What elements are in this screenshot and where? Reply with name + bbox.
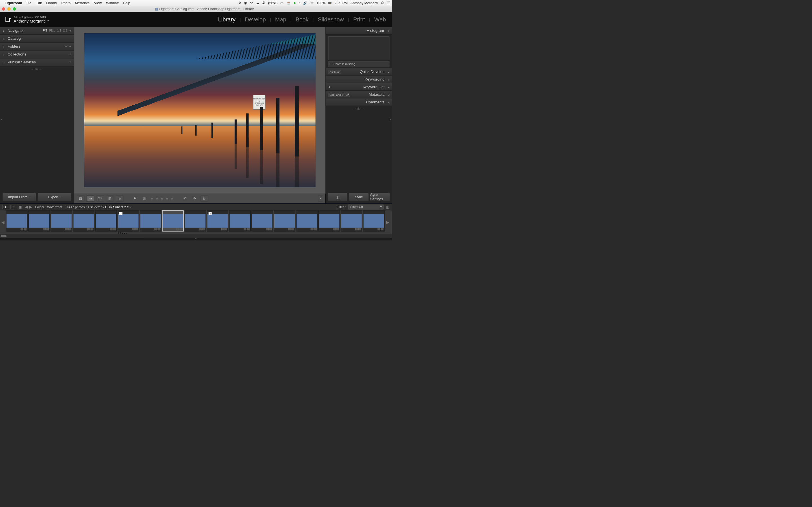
- nav-mode-fill[interactable]: FILL: [49, 29, 55, 33]
- menu-help[interactable]: Help: [123, 1, 130, 5]
- filmstrip-thumbnail[interactable]: [274, 210, 295, 231]
- menu-window[interactable]: Window: [106, 1, 119, 5]
- filmstrip-thumbnail[interactable]: [6, 210, 28, 231]
- nav-back-button[interactable]: ◀: [25, 205, 28, 209]
- flag-pick-button[interactable]: ⚑: [131, 195, 138, 202]
- module-library[interactable]: Library: [217, 16, 237, 22]
- nav-forward-button[interactable]: ▶: [29, 205, 32, 209]
- histogram-panel-header[interactable]: Histogram: [326, 27, 392, 35]
- keyword-list-panel-header[interactable]: + Keyword List: [326, 83, 392, 91]
- filter-lock-icon[interactable]: ◫: [386, 205, 389, 209]
- cloud-icon[interactable]: ☁: [256, 1, 259, 5]
- dropbox-icon[interactable]: ✥: [238, 1, 241, 5]
- filmstrip-thumbnail[interactable]: [296, 210, 317, 231]
- printer-icon[interactable]: 🖶: [262, 1, 266, 5]
- flag-reject-button[interactable]: ⊠: [140, 195, 148, 202]
- user-name[interactable]: Anthony Morganti: [350, 1, 378, 5]
- sync-settings-button[interactable]: Sync Settings: [370, 193, 390, 201]
- app-menu[interactable]: Lightroom: [4, 1, 22, 5]
- panel-collections[interactable]: Collections+: [0, 51, 74, 59]
- loupe-view-button[interactable]: ▭: [87, 195, 94, 202]
- filmstrip-thumbnail[interactable]: [363, 210, 385, 231]
- menu-photo[interactable]: Photo: [61, 1, 71, 5]
- green-dot-icon[interactable]: ●: [294, 1, 296, 5]
- wifi-icon[interactable]: [310, 1, 314, 5]
- panel-catalog[interactable]: Catalog: [0, 35, 74, 43]
- grid-shortcut-icon[interactable]: ▦: [18, 205, 22, 209]
- spotlight-icon[interactable]: [381, 1, 385, 5]
- filmstrip-thumbnail[interactable]: [95, 210, 117, 231]
- panel-action-button[interactable]: +: [69, 52, 71, 56]
- add-keyword-button[interactable]: +: [328, 84, 331, 89]
- export-button[interactable]: Export...: [38, 193, 71, 201]
- filmstrip-thumbnail[interactable]: [28, 210, 50, 231]
- comments-panel-header[interactable]: Comments: [326, 98, 392, 106]
- grid-view-button[interactable]: ▦: [77, 195, 84, 202]
- menu-library[interactable]: Library: [46, 1, 57, 5]
- clock[interactable]: 2:29 PM: [335, 1, 348, 5]
- sync-button[interactable]: Sync: [349, 193, 368, 201]
- module-map[interactable]: Map: [274, 16, 287, 22]
- metadata-panel-header[interactable]: EXIF and IPTC Metadata: [326, 91, 392, 98]
- keywording-panel-header[interactable]: Keywording: [326, 75, 392, 83]
- module-slideshow[interactable]: Slideshow: [317, 16, 345, 22]
- sync-lock-button[interactable]: ◫: [327, 193, 347, 201]
- loupe-view[interactable]: NO SWIMMING NO LIFEGUARD ON DUTY: [74, 27, 325, 194]
- filmstrip-scroll-left[interactable]: ◀: [1, 210, 5, 234]
- secondary-display-1[interactable]: 1: [3, 205, 8, 209]
- menu-view[interactable]: View: [94, 1, 102, 5]
- navigator-panel-header[interactable]: Navigator FIT FILL 1:1 2:1 ≑: [0, 27, 74, 35]
- airplay-icon[interactable]: ▵: [299, 1, 300, 5]
- filmstrip-thumbnail[interactable]: 2: [117, 210, 139, 231]
- module-web[interactable]: Web: [373, 16, 387, 22]
- rating-stars[interactable]: ★ ★ ★ ★ ★: [150, 196, 174, 201]
- left-panel-toggle[interactable]: ◀: [0, 115, 3, 123]
- nav-mode-fit[interactable]: FIT: [43, 29, 47, 33]
- filmstrip-toggle[interactable]: ▼: [0, 238, 392, 240]
- volume-icon[interactable]: 🔊: [303, 1, 307, 5]
- filmstrip-thumbnail[interactable]: [252, 210, 273, 231]
- metadata-preset-dropdown[interactable]: EXIF and IPTC: [328, 93, 350, 97]
- module-print[interactable]: Print: [352, 16, 366, 22]
- people-view-button[interactable]: ☺: [116, 195, 123, 202]
- secondary-display-2[interactable]: 2: [11, 205, 16, 209]
- filmstrip-thumbnail[interactable]: [162, 210, 184, 231]
- filmstrip-thumbnail[interactable]: [229, 210, 251, 231]
- window-close-button[interactable]: [2, 7, 5, 11]
- panel-action-button[interactable]: −: [65, 44, 67, 48]
- toolbar-options-dropdown[interactable]: ▾: [318, 195, 323, 202]
- window-maximize-button[interactable]: [13, 7, 16, 11]
- source-path[interactable]: Folder : Waterfront 1417 photos / 1 sele…: [35, 205, 132, 209]
- menu-metadata[interactable]: Metadata: [75, 1, 90, 5]
- notification-center-icon[interactable]: ☰: [387, 1, 390, 5]
- panel-folders[interactable]: Folders−+: [0, 43, 74, 51]
- panel-action-button[interactable]: +: [69, 44, 71, 48]
- display-icon[interactable]: ▭: [280, 1, 284, 5]
- filmstrip-thumbnail[interactable]: 2: [207, 210, 229, 231]
- module-book[interactable]: Book: [294, 16, 310, 22]
- nav-mode-stepper-icon[interactable]: ≑: [69, 29, 71, 33]
- filmstrip-thumbnail[interactable]: [341, 210, 362, 231]
- menu-file[interactable]: File: [26, 1, 31, 5]
- qd-preset-dropdown[interactable]: Custom: [328, 70, 341, 74]
- compare-view-button[interactable]: X|Y: [96, 195, 104, 202]
- nav-mode-custom[interactable]: 2:1: [63, 29, 67, 33]
- rotate-ccw-button[interactable]: ↶: [181, 195, 189, 202]
- menubar-extra-icon[interactable]: ⚒: [250, 1, 253, 5]
- module-develop[interactable]: Develop: [244, 16, 267, 22]
- filmstrip-thumbnail[interactable]: [73, 210, 94, 231]
- right-panel-toggle[interactable]: ▶: [389, 115, 392, 123]
- quick-develop-panel-header[interactable]: Custom Quick Develop: [326, 68, 392, 75]
- panel-action-button[interactable]: +: [69, 60, 71, 64]
- filmstrip-thumbnail[interactable]: [51, 210, 72, 231]
- survey-view-button[interactable]: ▥: [106, 195, 114, 202]
- cc-sync-icon[interactable]: ◉: [244, 1, 247, 5]
- window-minimize-button[interactable]: [7, 7, 11, 11]
- filmstrip-thumbnail[interactable]: [185, 210, 206, 231]
- panel-publish-services[interactable]: Publish Services+: [0, 59, 74, 66]
- photo-missing-warning[interactable]: Photo is missing: [328, 61, 389, 67]
- impromptu-slideshow-button[interactable]: ▷: [200, 195, 208, 202]
- filmstrip-thumbnail[interactable]: [140, 210, 161, 231]
- menu-edit[interactable]: Edit: [36, 1, 42, 5]
- rotate-cw-button[interactable]: ↷: [191, 195, 199, 202]
